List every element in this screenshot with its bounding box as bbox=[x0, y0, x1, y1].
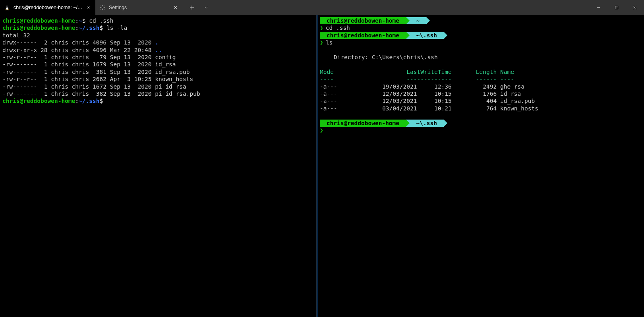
ls-links: 1 bbox=[41, 83, 47, 90]
ls-owner: chris bbox=[51, 61, 68, 68]
powerline-path: ~ bbox=[410, 17, 426, 24]
ls-group: chris bbox=[72, 39, 89, 46]
close-icon[interactable] bbox=[172, 4, 179, 11]
powerline-host: chris@reddobowen-home bbox=[320, 17, 406, 24]
ls-size: 4096 bbox=[93, 39, 106, 46]
titlebar-drag-area[interactable] bbox=[213, 0, 589, 15]
close-icon[interactable] bbox=[85, 4, 91, 11]
ls-name: . bbox=[155, 39, 159, 46]
powerline-host: chris@reddobowen-home bbox=[320, 32, 406, 39]
ls-name: .. bbox=[155, 47, 162, 53]
ls-owner: chris bbox=[51, 39, 68, 46]
table-header: Mode LastWriteTime Length Name bbox=[320, 69, 514, 75]
ls-group: chris bbox=[72, 61, 89, 68]
powerline-arrow-icon bbox=[444, 32, 447, 39]
ls-perm: -rw------- bbox=[2, 91, 37, 97]
new-tab-button[interactable] bbox=[185, 0, 199, 15]
tab-dropdown-button[interactable] bbox=[199, 0, 213, 15]
table-row: -a--- 03/04/2021 10:21 764 known_hosts bbox=[320, 105, 538, 112]
ls-name: pi_id_rsa bbox=[155, 83, 186, 90]
ls-name: id_rsa.pub bbox=[155, 69, 190, 75]
terminal-output-left[interactable]: chris@reddobowen-home:~$ cd .sshchris@re… bbox=[2, 17, 314, 105]
ls-group: chris bbox=[72, 91, 89, 97]
tab-settings[interactable]: Settings bbox=[95, 0, 183, 15]
ls-links: 1 bbox=[41, 54, 47, 60]
svg-rect-10 bbox=[615, 6, 618, 9]
powerline-arrow-icon bbox=[406, 17, 410, 24]
svg-point-9 bbox=[102, 7, 103, 8]
ls-date: Sep 13 2020 bbox=[110, 54, 152, 60]
ls-name: pi_id_rsa.pub bbox=[155, 91, 200, 97]
directory-label: Directory: C:\Users\chris\.ssh bbox=[320, 54, 438, 60]
window-controls bbox=[589, 0, 644, 15]
svg-point-6 bbox=[8, 6, 8, 6]
ls-date: Sep 13 2020 bbox=[110, 69, 152, 75]
powerline-arrow-icon bbox=[444, 120, 447, 127]
ls-group: chris bbox=[72, 47, 89, 53]
ls-date: Sep 13 2020 bbox=[110, 61, 152, 68]
powerline-arrow-icon bbox=[426, 17, 430, 24]
prompt-path: ~/.ssh bbox=[79, 25, 99, 31]
ls-date: Mar 22 20:48 bbox=[110, 47, 152, 53]
command-text: ls -la bbox=[106, 25, 127, 31]
tux-icon bbox=[4, 4, 10, 11]
powerline-path: ~\.ssh bbox=[410, 32, 444, 39]
table-row: -a--- 12/03/2021 10:15 404 id_rsa.pub bbox=[320, 98, 535, 104]
prompt-path: ~/.ssh bbox=[79, 98, 99, 104]
powerline-arrow-icon bbox=[406, 120, 410, 127]
svg-point-5 bbox=[7, 6, 7, 6]
ls-group: chris bbox=[72, 83, 89, 90]
ls-group: chris bbox=[72, 76, 89, 82]
close-window-button[interactable] bbox=[626, 0, 644, 15]
minimize-button[interactable] bbox=[589, 0, 607, 15]
ls-owner: chris bbox=[51, 76, 68, 82]
ls-links: 2 bbox=[41, 39, 47, 46]
ls-links: 1 bbox=[41, 76, 47, 82]
prompt-marker-icon: ❯ bbox=[320, 127, 323, 133]
ls-perm: drwx------ bbox=[2, 39, 37, 46]
powerline-host: chris@reddobowen-home bbox=[320, 120, 406, 127]
terminal-output-right[interactable]: chris@reddobowen-home ~ ❯cd .ssh chris@r… bbox=[320, 17, 642, 134]
tab-title: chris@reddobowen-home: ~/.ssh bbox=[14, 5, 83, 10]
ls-perm: -rw------- bbox=[2, 69, 37, 75]
tab-title: Settings bbox=[109, 5, 170, 10]
svg-point-2 bbox=[6, 7, 8, 10]
command-text: cd .ssh bbox=[326, 25, 350, 31]
ls-name: id_rsa bbox=[155, 61, 176, 68]
blank-line bbox=[320, 47, 323, 53]
ls-perm: -rw------- bbox=[2, 61, 37, 68]
ls-date: Sep 13 2020 bbox=[110, 39, 152, 46]
blank-line bbox=[320, 61, 323, 68]
prompt-marker-icon: ❯ bbox=[320, 39, 323, 46]
table-row: -a--- 19/03/2021 12:36 2492 ghe_rsa bbox=[320, 83, 524, 90]
blank-line bbox=[320, 112, 323, 119]
prompt-sym: $ bbox=[82, 17, 86, 24]
ls-name: config bbox=[155, 54, 176, 60]
ls-links: 1 bbox=[41, 61, 47, 68]
prompt-user: chris@reddobowen-home bbox=[2, 25, 75, 31]
tab-terminal[interactable]: chris@reddobowen-home: ~/.ssh bbox=[0, 0, 95, 15]
ls-owner: chris bbox=[51, 83, 68, 90]
table-header-underline: ---- ------------- ------ ---- bbox=[320, 76, 514, 82]
ls-total: total 32 bbox=[2, 32, 30, 39]
command-text: cd .ssh bbox=[89, 17, 113, 24]
terminal-body: chris@reddobowen-home:~$ cd .sshchris@re… bbox=[0, 15, 644, 317]
gear-icon bbox=[99, 4, 106, 11]
ls-perm: -rw-r--r-- bbox=[2, 76, 37, 82]
table-row: -a--- 12/03/2021 10:15 1766 id_rsa bbox=[320, 91, 521, 97]
svg-point-8 bbox=[8, 10, 9, 10]
ls-links: 28 bbox=[41, 47, 47, 53]
ls-size: 1672 bbox=[93, 83, 106, 90]
ls-size: 4096 bbox=[93, 47, 106, 53]
ls-group: chris bbox=[72, 54, 89, 60]
prompt-marker-icon: ❯ bbox=[320, 25, 323, 31]
pane-left[interactable]: chris@reddobowen-home:~$ cd .sshchris@re… bbox=[0, 15, 317, 317]
prompt-user: chris@reddobowen-home bbox=[2, 17, 75, 24]
ls-links: 1 bbox=[41, 91, 47, 97]
maximize-button[interactable] bbox=[607, 0, 626, 15]
ls-size: 2662 bbox=[93, 76, 106, 82]
ls-size: 382 bbox=[93, 91, 106, 97]
pane-right[interactable]: chris@reddobowen-home ~ ❯cd .ssh chris@r… bbox=[317, 15, 644, 317]
titlebar: chris@reddobowen-home: ~/.ssh Settings bbox=[0, 0, 644, 15]
prompt-sep: : bbox=[75, 17, 79, 24]
